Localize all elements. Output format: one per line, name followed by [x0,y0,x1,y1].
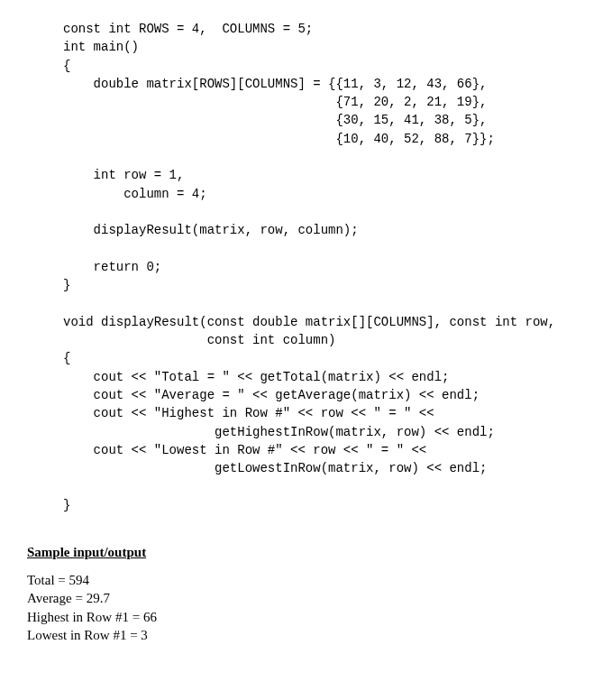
output-line: Total = 594 [27,571,576,589]
output-line: Average = 29.7 [27,589,576,607]
code-block: const int ROWS = 4, COLUMNS = 5; int mai… [63,20,576,514]
output-line: Highest in Row #1 = 66 [27,608,576,626]
output-line: Lowest in Row #1 = 3 [27,626,576,644]
sample-io-heading: Sample input/output [27,545,576,560]
sample-output: Total = 594Average = 29.7Highest in Row … [27,571,576,644]
